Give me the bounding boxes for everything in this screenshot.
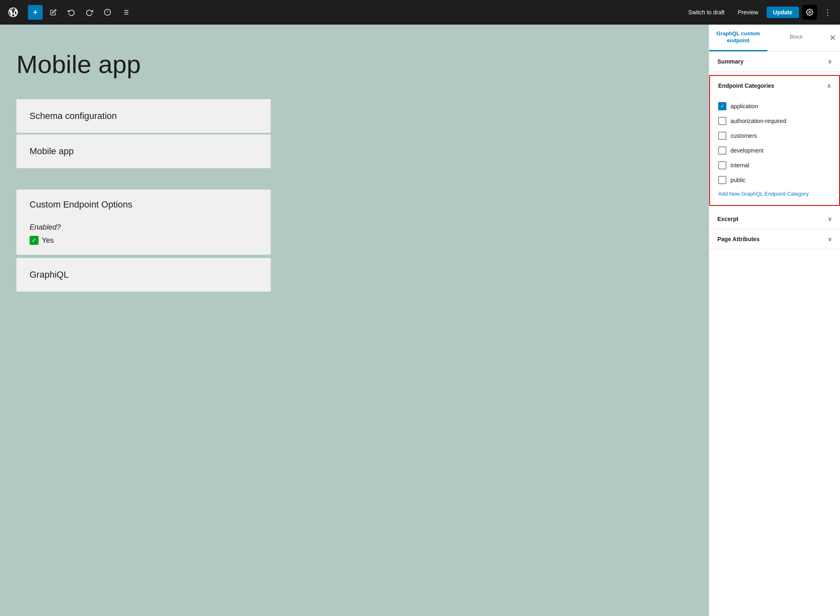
summary-panel-header[interactable]: Summary ∨ [709,52,840,71]
list-view-button[interactable] [118,5,133,20]
edit-tool-button[interactable] [46,5,61,20]
redo-button[interactable] [82,5,97,20]
editor-area: Mobile app Schema configuration Mobile a… [0,25,709,616]
sidebar: GraphQL custom endpoint Block ✕ Summary … [709,25,840,616]
schema-config-block[interactable]: Schema configuration [16,99,271,133]
enabled-text: Yes [42,236,54,245]
preview-button[interactable]: Preview [733,7,763,18]
category-checkbox-authorization-required[interactable] [718,117,726,125]
page-attributes-label: Page Attributes [717,236,760,242]
svg-point-11 [809,11,811,14]
page-attributes-panel: Page Attributes ∨ [709,229,840,249]
enabled-checkbox[interactable]: ✓ [30,236,39,245]
sidebar-tabs: GraphQL custom endpoint Block ✕ [709,25,840,52]
excerpt-label: Excerpt [717,216,738,222]
category-item-authorization-required[interactable]: authorization-required [718,114,831,128]
info-button[interactable] [100,5,115,20]
category-item-customers[interactable]: customers [718,128,831,143]
category-label-customers: customers [730,132,757,139]
switch-to-draft-button[interactable]: Switch to draft [683,7,730,18]
toolbar-right: Switch to draft Preview Update ⋮ [683,5,835,20]
category-checkbox-public[interactable] [718,176,726,184]
add-category-link[interactable]: Add New GraphQL Endpoint Category [718,187,831,198]
more-options-button[interactable]: ⋮ [820,5,835,20]
add-block-button[interactable] [28,5,43,20]
category-checkbox-development[interactable] [718,146,726,155]
update-button[interactable]: Update [767,7,799,18]
page-attributes-header[interactable]: Page Attributes ∨ [709,229,840,249]
category-checkbox-internal[interactable] [718,161,726,169]
enabled-value: ✓ Yes [30,236,258,245]
main-area: Mobile app Schema configuration Mobile a… [0,25,840,616]
settings-button[interactable] [802,5,817,20]
mobile-app-label: Mobile app [30,146,74,156]
custom-endpoint-body: Enabled? ✓ Yes [16,220,271,255]
summary-label: Summary [717,58,744,65]
undo-button[interactable] [64,5,79,20]
summary-chevron-icon: ∨ [828,58,832,65]
category-label-development: development [730,147,763,154]
category-item-internal[interactable]: internal [718,158,831,173]
close-sidebar-button[interactable]: ✕ [825,30,840,45]
excerpt-chevron-icon: ∨ [828,216,832,222]
category-label-authorization-required: authorization-required [730,118,786,124]
wp-logo [5,4,21,21]
enabled-label: Enabled? [30,223,258,232]
category-item-application[interactable]: ✓ application [718,99,831,114]
graphiql-block[interactable]: GraphiQL [16,258,271,292]
excerpt-panel: Excerpt ∨ [709,209,840,229]
graphiql-label: GraphiQL [30,269,68,280]
tab-graphql-endpoint[interactable]: GraphQL custom endpoint [709,25,767,51]
excerpt-panel-header[interactable]: Excerpt ∨ [709,209,840,229]
endpoint-categories-panel: Endpoint Categories ∧ ✓ application auth… [709,75,840,206]
endpoint-categories-label: Endpoint Categories [718,82,774,89]
category-checkbox-customers[interactable] [718,132,726,140]
schema-config-label: Schema configuration [30,111,117,121]
page-title: Mobile app [16,49,141,80]
custom-endpoint-section: Custom Endpoint Options Enabled? ✓ Yes [16,189,271,255]
endpoint-categories-header[interactable]: Endpoint Categories ∧ [710,76,839,96]
category-label-application: application [730,103,758,110]
category-label-internal: internal [730,162,749,169]
mobile-app-block[interactable]: Mobile app [16,135,271,168]
tab-block[interactable]: Block [767,28,826,48]
toolbar: Switch to draft Preview Update ⋮ [0,0,840,25]
endpoint-categories-body: ✓ application authorization-required cus… [710,96,839,205]
category-label-public: public [730,177,746,183]
category-item-development[interactable]: development [718,143,831,158]
endpoint-categories-chevron-icon: ∧ [827,82,831,89]
category-checkbox-application[interactable]: ✓ [718,102,726,110]
category-item-public[interactable]: public [718,173,831,187]
page-attributes-chevron-icon: ∨ [828,236,832,242]
custom-endpoint-header: Custom Endpoint Options [16,189,271,220]
summary-panel: Summary ∨ [709,52,840,72]
